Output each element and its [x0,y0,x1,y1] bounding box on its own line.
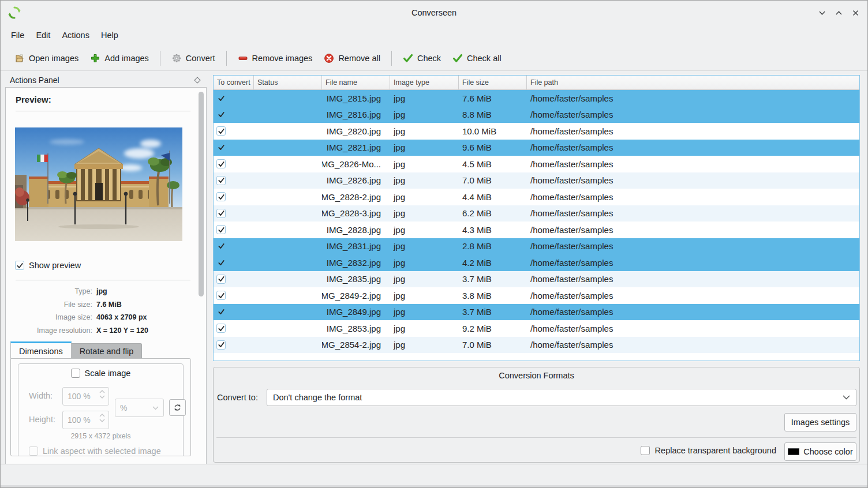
info-row: Type:jpg [6,285,196,298]
table-row[interactable]: IMG_2815.jpgjpg7.6 MiB/home/faster/sampl… [214,90,859,107]
table-row[interactable]: IMG_2826.jpgjpg7.0 MiB/home/faster/sampl… [214,172,859,189]
files-table: To convertStatusFile nameImage typeFile … [213,75,860,361]
table-row[interactable]: IMG_2820.jpgjpg10.0 MiB/home/faster/samp… [214,123,859,140]
cell-image-type: jpg [390,222,459,238]
column-header-file-path[interactable]: File path [527,76,859,89]
titlebar: Converseen [1,1,867,25]
toolbar-separator [391,51,392,66]
preview-label: Preview: [16,95,51,104]
table-row[interactable]: IMG_2826-Mo...jpg4.5 MiB/home/faster/sam… [214,156,859,172]
column-header-file-name[interactable]: File name [322,76,390,89]
scrollbar-handle[interactable] [199,92,204,296]
convert-button[interactable]: Convert [166,49,221,67]
statusbar [1,464,867,487]
menu-item-help[interactable]: Help [95,28,124,43]
table-row[interactable]: IMG_2828-2.jpgjpg4.4 MiB/home/faster/sam… [214,189,859,205]
to-convert-checkbox[interactable] [216,126,226,136]
cell-to-convert [214,238,254,255]
info-row: File size:7.6 MiB [6,298,196,311]
minimize-button[interactable] [817,8,827,18]
width-spinbox[interactable]: 100 % [62,387,109,406]
cell-status [254,320,322,337]
to-convert-checkbox[interactable] [216,340,226,350]
menu-item-actions[interactable]: Actions [56,28,95,43]
remove-images-button[interactable]: Remove images [232,49,319,67]
link-aspect-checkbox[interactable] [29,446,38,456]
column-header-status[interactable]: Status [254,76,322,89]
to-convert-checkbox[interactable] [216,110,226,119]
table-row[interactable]: IMG_2849.jpgjpg3.7 MiB/home/faster/sampl… [214,304,859,321]
cell-file-name: IMG_2828.jpg [322,222,390,238]
scale-image-checkbox[interactable] [71,369,80,378]
table-row[interactable]: IMG_2853.jpgjpg9.2 MiB/home/faster/sampl… [214,320,859,337]
menu-item-edit[interactable]: Edit [30,28,56,43]
table-row[interactable]: IMG_2816.jpgjpg8.8 MiB/home/faster/sampl… [214,107,859,123]
replace-transparent-checkbox[interactable] [641,446,650,455]
divider [16,111,190,111]
spinner-arrows-icon[interactable] [99,414,105,422]
column-header-to-convert[interactable]: To convert [214,76,254,89]
to-convert-checkbox[interactable] [216,225,226,234]
table-row[interactable]: IMG_2821.jpgjpg9.6 MiB/home/faster/sampl… [214,140,859,156]
cell-file-path: /home/faster/samples [527,287,859,304]
toolbar-button-label: Open images [29,54,78,63]
convert-to-combobox[interactable]: Don't change the format [267,389,856,406]
cell-file-name: IMG_2828-2.jpg [322,189,390,205]
tab-dimensions[interactable]: Dimensions [10,341,72,359]
dimension-tabs: DimensionsRotate and flip [10,341,142,359]
to-convert-checkbox[interactable] [216,324,226,333]
choose-color-label: Choose color [803,447,852,456]
to-convert-checkbox[interactable] [216,307,226,317]
open-images-button[interactable]: Open images [9,49,84,67]
table-row[interactable]: IMG_2828-3.jpgjpg6.2 MiB/home/faster/sam… [214,205,859,222]
panel-scrollbar[interactable] [199,91,204,460]
choose-color-button[interactable]: Choose color [784,442,856,461]
float-diamond-icon[interactable] [194,77,200,83]
column-header-image-type[interactable]: Image type [390,76,459,89]
maximize-button[interactable] [834,8,844,18]
check-button[interactable]: Check [397,49,447,67]
to-convert-checkbox[interactable] [216,242,226,251]
to-convert-checkbox[interactable] [216,93,226,103]
table-row[interactable]: IMG_2854-2.jpgjpg7.0 MiB/home/faster/sam… [214,337,859,354]
table-row[interactable]: IMG_2849-2.jpgjpg3.8 MiB/home/faster/sam… [214,287,859,304]
cell-status [254,238,322,255]
to-convert-checkbox[interactable] [216,275,226,284]
table-row[interactable]: IMG_2831.jpgjpg2.8 MiB/home/faster/sampl… [214,238,859,255]
to-convert-checkbox[interactable] [216,209,226,218]
check-all-button[interactable]: Check all [447,49,507,67]
cell-file-path: /home/faster/samples [527,238,859,255]
to-convert-checkbox[interactable] [216,258,226,267]
add-images-button[interactable]: Add images [84,49,155,67]
cell-image-type: jpg [390,287,459,304]
to-convert-checkbox[interactable] [216,143,226,152]
to-convert-checkbox[interactable] [216,192,226,201]
cell-file-name: IMG_2821.jpg [322,140,390,156]
height-spinbox[interactable]: 100 % [62,411,109,429]
to-convert-checkbox[interactable] [216,159,226,168]
cell-file-name: IMG_2849-2.jpg [322,287,390,304]
to-convert-checkbox[interactable] [216,176,226,185]
column-header-file-size[interactable]: File size [459,76,527,89]
to-convert-checkbox[interactable] [216,291,226,300]
images-settings-button[interactable]: Images settings [784,413,856,431]
remove-all-button[interactable]: Remove all [318,49,386,67]
show-preview-checkbox[interactable] [15,261,24,270]
table-row[interactable]: IMG_2832.jpgjpg4.2 MiB/home/faster/sampl… [214,254,859,271]
close-button[interactable] [851,8,860,18]
swap-aspect-button[interactable] [169,399,186,416]
cell-to-convert [214,222,254,238]
dimensions-tab-panel: Scale image Width: 100 % Height: 100 % [10,358,191,456]
preview-image [15,127,182,241]
menu-item-file[interactable]: File [5,28,30,43]
table-row[interactable]: IMG_2835.jpgjpg3.7 MiB/home/faster/sampl… [214,271,859,288]
unit-combobox[interactable]: % [115,399,164,417]
spinner-arrows-icon[interactable] [99,390,105,399]
cell-status [254,287,322,304]
cell-to-convert [214,189,254,205]
target-pixels-note: 2915 x 4372 pixels [18,432,183,440]
tab-rotate-and-flip[interactable]: Rotate and flip [72,343,143,359]
toolbar-button-label: Remove images [252,54,313,63]
table-row[interactable]: IMG_2828.jpgjpg4.3 MiB/home/faster/sampl… [214,222,859,238]
conversion-formats-group: Conversion Formats Convert to: Don't cha… [213,367,860,463]
